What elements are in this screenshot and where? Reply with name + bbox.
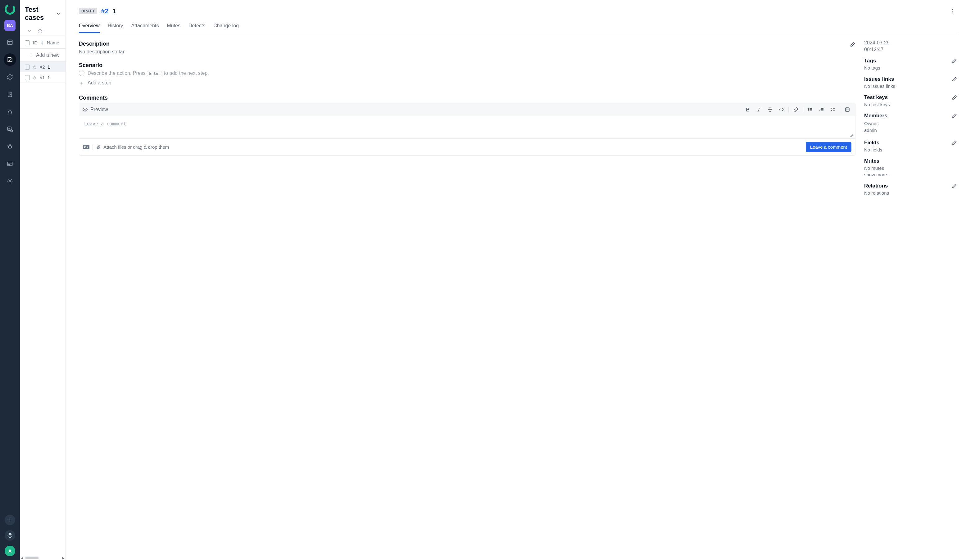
app-logo[interactable] — [4, 4, 16, 15]
add-button[interactable] — [5, 515, 15, 525]
members-owner: Owner: admin — [864, 120, 957, 134]
status-badge: DRAFT — [79, 8, 97, 14]
dashboard-icon[interactable] — [4, 36, 16, 48]
detail-name: 1 — [112, 7, 116, 15]
add-step-button[interactable]: ＋ Add a step — [79, 79, 856, 87]
table-icon[interactable] — [843, 105, 852, 114]
link-icon[interactable] — [791, 105, 800, 114]
comment-input[interactable] — [84, 120, 851, 133]
detail-id[interactable]: #2 — [101, 7, 108, 15]
eye-icon[interactable] — [82, 107, 88, 112]
attach-files[interactable]: Attach files or drag & drop them — [96, 145, 169, 149]
svg-point-11 — [952, 11, 953, 12]
test-cases-icon[interactable] — [4, 53, 16, 66]
leave-comment-button[interactable]: Leave a comment — [806, 142, 851, 152]
scroll-right-icon[interactable]: ▶ — [61, 556, 66, 560]
tab-defects[interactable]: Defects — [189, 23, 205, 33]
plus-icon: ＋ — [29, 52, 33, 58]
add-new-test-case[interactable]: ＋ Add a new — [20, 49, 66, 62]
current-user-initial: A — [8, 549, 12, 553]
tab-change-log[interactable]: Change log — [213, 23, 239, 33]
current-user-avatar[interactable]: A — [5, 546, 15, 556]
svg-point-13 — [84, 109, 86, 110]
attach-hint-label: Attach files or drag & drop them — [104, 145, 169, 149]
tab-history[interactable]: History — [108, 23, 123, 33]
show-more-link[interactable]: show more... — [864, 172, 957, 177]
tab-overview[interactable]: Overview — [79, 23, 100, 33]
tags-empty: No tags — [864, 65, 957, 71]
edit-relations-icon[interactable] — [952, 183, 957, 189]
hand-icon — [32, 64, 37, 69]
preview-label[interactable]: Preview — [90, 107, 108, 112]
list-item[interactable]: #1 1 — [20, 72, 66, 83]
help-button[interactable] — [5, 530, 15, 541]
scenario-title: Scenario — [79, 62, 856, 69]
mutes-empty: No mutes — [864, 166, 957, 171]
paperclip-icon — [96, 145, 101, 149]
svg-point-10 — [952, 9, 953, 10]
project-avatar-initials: BA — [7, 23, 13, 28]
sync-icon[interactable] — [4, 71, 16, 83]
description-title: Description — [79, 41, 850, 47]
mutes-title: Mutes — [864, 158, 957, 164]
row-checkbox[interactable] — [25, 64, 30, 69]
horizontal-scrollbar[interactable]: ◀ ▶ — [20, 556, 66, 560]
column-id[interactable]: ID — [33, 40, 38, 45]
settings-icon[interactable] — [4, 175, 16, 187]
jobs-icon[interactable] — [4, 158, 16, 170]
chevron-down-icon[interactable] — [27, 28, 32, 33]
scrollbar-thumb[interactable] — [25, 557, 38, 559]
column-name[interactable]: Name — [47, 40, 59, 45]
edit-fields-icon[interactable] — [952, 140, 957, 146]
keys-title: Test keys — [864, 94, 952, 100]
project-avatar[interactable]: BA — [4, 20, 16, 31]
numbered-list-icon[interactable] — [817, 105, 826, 114]
row-checkbox[interactable] — [25, 75, 30, 80]
fields-empty: No fields — [864, 147, 957, 153]
svg-point-4 — [11, 130, 13, 132]
chevron-down-icon[interactable] — [56, 11, 61, 16]
select-all-checkbox[interactable] — [25, 40, 30, 45]
defects-icon[interactable] — [4, 140, 16, 153]
svg-point-12 — [952, 13, 953, 14]
bullet-list-icon[interactable] — [806, 105, 815, 114]
item-name: 1 — [48, 64, 50, 69]
scenario-placeholder: Describe the action. Press Enter to add … — [87, 71, 209, 76]
edit-issues-icon[interactable] — [952, 76, 957, 82]
checklist-icon[interactable] — [828, 105, 838, 114]
italic-icon[interactable] — [754, 105, 764, 114]
launches-icon[interactable] — [4, 105, 16, 118]
strikethrough-icon[interactable] — [766, 105, 775, 114]
fields-title: Fields — [864, 140, 952, 146]
plus-icon: ＋ — [79, 79, 84, 87]
svg-rect-1 — [8, 40, 12, 45]
edit-description-icon[interactable] — [850, 42, 856, 47]
edit-tags-icon[interactable] — [952, 58, 957, 64]
kbd-enter: Enter — [147, 71, 163, 76]
item-name: 1 — [48, 75, 50, 80]
test-plans-icon[interactable] — [4, 88, 16, 100]
description-empty: No description so far — [79, 49, 856, 55]
nav-rail: BA A — [0, 0, 20, 560]
resize-handle-icon[interactable] — [849, 133, 853, 137]
svg-point-15 — [808, 109, 809, 110]
add-step-label: Add a step — [87, 80, 112, 86]
tab-attachments[interactable]: Attachments — [131, 23, 159, 33]
code-icon[interactable] — [777, 105, 786, 114]
scenario-step[interactable]: Describe the action. Press Enter to add … — [79, 71, 856, 76]
timestamp-date: 2024-03-29 — [864, 39, 957, 46]
relations-title: Relations — [864, 183, 952, 189]
tags-title: Tags — [864, 58, 952, 64]
analytics-icon[interactable] — [4, 123, 16, 135]
more-menu-icon[interactable] — [947, 6, 957, 16]
star-icon[interactable] — [37, 28, 43, 33]
bold-icon[interactable] — [743, 105, 752, 114]
list-item[interactable]: #2 1 — [20, 62, 66, 72]
list-header-row: ID ▲▼ Name — [20, 37, 66, 49]
edit-keys-icon[interactable] — [952, 95, 957, 100]
svg-point-8 — [9, 181, 11, 182]
tab-mutes[interactable]: Mutes — [167, 23, 181, 33]
edit-members-icon[interactable] — [952, 113, 957, 118]
sort-icon[interactable]: ▲▼ — [41, 40, 44, 45]
scroll-left-icon[interactable]: ◀ — [20, 556, 24, 560]
